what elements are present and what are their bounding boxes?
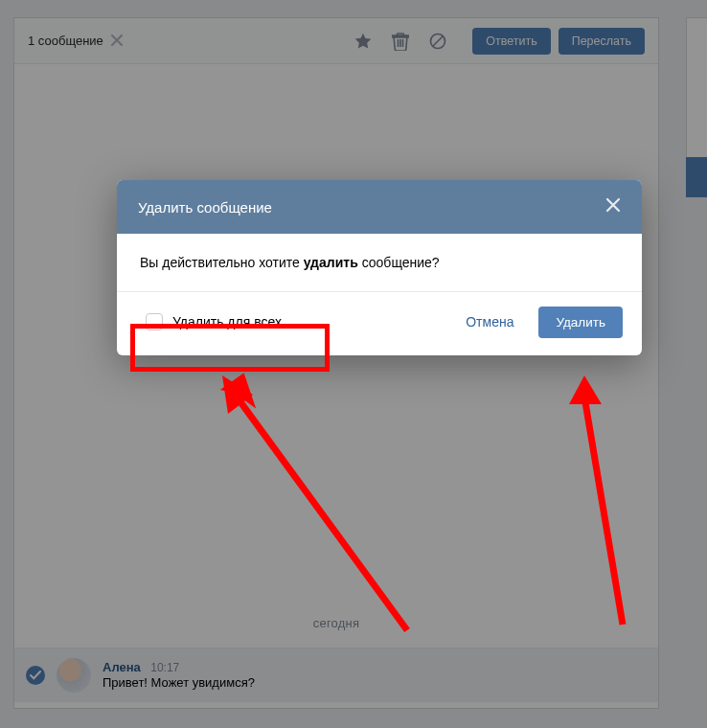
- dialog-footer: Удалить для всех Отмена Удалить: [117, 292, 642, 355]
- dialog-header: Удалить сообщение: [117, 180, 642, 234]
- confirm-text-bold: удалить: [304, 255, 358, 270]
- close-icon[interactable]: [605, 197, 621, 216]
- dialog-title: Удалить сообщение: [138, 199, 272, 216]
- delete-for-all-label: Удалить для всех: [172, 314, 282, 330]
- delete-button[interactable]: Удалить: [538, 307, 623, 338]
- cancel-button[interactable]: Отмена: [452, 307, 527, 337]
- checkbox-icon: [146, 313, 163, 330]
- modal-overlay[interactable]: [0, 0, 707, 728]
- delete-dialog: Удалить сообщение Вы действительно хотит…: [117, 180, 642, 355]
- dialog-body: Вы действительно хотите удалить сообщени…: [117, 234, 642, 291]
- confirm-text-prefix: Вы действительно хотите: [140, 255, 304, 270]
- confirm-text-suffix: сообщение?: [358, 255, 440, 270]
- delete-for-all-checkbox[interactable]: Удалить для всех: [136, 306, 291, 338]
